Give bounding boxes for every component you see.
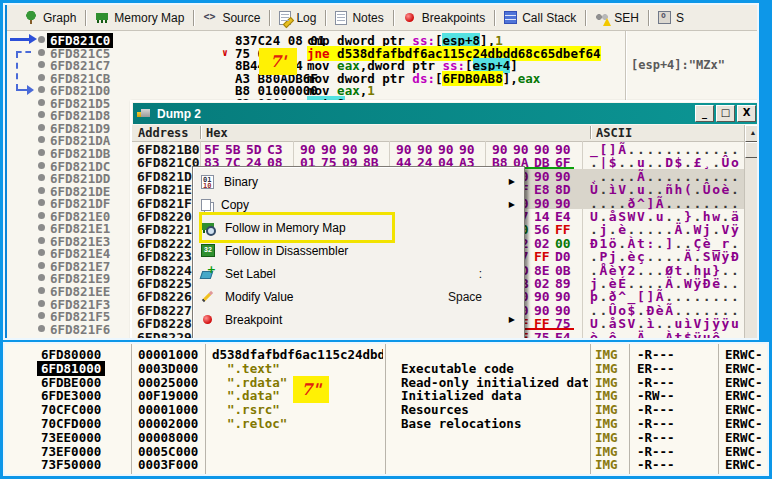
region-content: d538dfafbdf6ac115c24dbdd6	[212, 347, 383, 362]
scrollbar-thumb[interactable]	[745, 142, 757, 158]
disasm-row[interactable]: 6FD821CBA3 B80ADB6Fmov dword ptr ds:[6FD…	[7, 71, 757, 84]
hex-dump-row[interactable]: 6FD821B05F5B5DC3909090909090909090909090…	[132, 142, 745, 155]
row-bullet-icon	[38, 224, 45, 231]
row-bullet-icon	[38, 136, 45, 143]
dump-title-bar[interactable]: Dump 2 _□X	[133, 103, 757, 124]
row-bullet-icon	[38, 49, 45, 56]
disasm-row[interactable]: 6FD821D0B8 01000000mov eax,1	[7, 83, 757, 96]
region-content: ".text"	[212, 361, 383, 376]
memory-map-row[interactable]: 73EE000000008000IMG-R---ERWC-	[5, 430, 767, 444]
memory-map-row[interactable]: 70CFC00000001000 ".rsrc"ResourcesIMG-R--…	[5, 402, 767, 416]
graph-icon	[24, 11, 38, 24]
tab-seh[interactable]: SEH	[586, 11, 648, 25]
row-bullet-icon	[38, 312, 45, 319]
hex-byte: E4	[555, 330, 576, 338]
instruction-address: 6FD821F6	[50, 322, 110, 337]
tab-label: SEH	[614, 11, 639, 25]
region-address: 73EF0000	[41, 444, 101, 459]
header-separator	[200, 126, 201, 139]
minimize-button[interactable]: _	[695, 105, 714, 122]
disasm-row[interactable]: 6FD821C0837C24 08 01cmp dword ptr ss:[es…	[7, 33, 757, 46]
submenu-arrow-icon: ▶	[509, 177, 515, 186]
region-protection: -R---	[637, 402, 675, 417]
memory-map-row[interactable]: 6FDBE00000025000 ".rdata"Read-only initi…	[5, 375, 767, 389]
tab-label: Source	[222, 11, 260, 25]
region-protection: -R---	[637, 444, 675, 459]
region-type: IMG	[595, 402, 618, 417]
menu-shortcut: Space	[448, 290, 514, 304]
memory-map-row[interactable]: 73EF00000005C000IMG-R---ERWC-	[5, 444, 767, 458]
region-info: Base relocations	[401, 416, 588, 431]
tab-notes[interactable]: Notes	[326, 11, 392, 25]
copy-icon	[201, 199, 211, 211]
row-bullet-icon	[38, 249, 45, 256]
tab-graph[interactable]: Graph	[15, 11, 85, 25]
tab-call-stack[interactable]: Call Stack	[495, 11, 585, 25]
tab-label: Memory Map	[114, 11, 184, 25]
memory-map-row[interactable]: 70CFD00000002000 ".reloc"Base relocation…	[5, 416, 767, 430]
menu-item-label: Follow in Disassembler	[225, 244, 348, 258]
menu-item-breakpoint[interactable]: Breakpoint▶	[193, 308, 524, 331]
tab-s[interactable]: S	[649, 11, 693, 25]
scroll-up-button[interactable]: ▲	[745, 125, 757, 142]
region-type: IMG	[595, 347, 618, 362]
memory-map-row[interactable]: 6FDE300000F19000 ".data"Initialized data…	[5, 388, 767, 402]
tab-log[interactable]: Log	[270, 11, 325, 25]
memory-map-row[interactable]: 6FD810000003D000 ".text"Executable codeI…	[5, 361, 767, 375]
header-separator	[590, 126, 591, 139]
region-size: 00008000	[138, 430, 198, 445]
region-initial-protection: ERWC-	[725, 361, 763, 376]
row-bullet-icon	[38, 187, 45, 194]
dump-scrollbar[interactable]: ▲	[744, 125, 757, 338]
region-protection: -R---	[637, 457, 675, 472]
memory-map-row[interactable]: 6FD8000000001000d538dfafbdf6ac115c24dbdd…	[5, 347, 767, 361]
ascii-char: .	[599, 330, 608, 338]
ascii-char: ô	[609, 330, 618, 338]
tab-breakpoints[interactable]: Breakpoints	[394, 11, 494, 25]
close-button[interactable]: X	[737, 105, 756, 122]
label-icon	[201, 267, 215, 280]
tab-memory-map[interactable]: Memory Map	[86, 11, 193, 25]
disasm-row[interactable]: 6FD821C78B4424 04mov eax,dword ptr ss:[e…	[7, 58, 757, 71]
memory-map-icon	[95, 11, 109, 24]
disasm-row[interactable]: 6FD821C5∨75 09jne d538dfafbdf6ac115c24db…	[7, 46, 757, 59]
row-bullet-icon	[38, 61, 45, 68]
row-bullet-icon	[38, 274, 45, 281]
region-protection: -RW--	[637, 388, 675, 403]
dump-column-header: Address Hex ASCII	[132, 125, 745, 142]
ascii-char: t	[675, 330, 684, 338]
annotation-note: 7"	[293, 376, 329, 403]
seh-icon	[595, 11, 609, 24]
ascii-char: u	[703, 330, 712, 338]
region-type: IMG	[595, 375, 618, 390]
ascii-char: Ä	[637, 330, 646, 338]
region-size: 00001000	[138, 347, 198, 362]
region-address: 70CFD000	[41, 416, 101, 431]
submenu-arrow-icon: ▶	[509, 315, 515, 324]
menu-item-modify-value[interactable]: Modify ValueSpace	[193, 285, 524, 308]
region-type: IMG	[595, 430, 618, 445]
region-type: IMG	[595, 416, 618, 431]
row-bullet-icon	[38, 174, 45, 181]
region-initial-protection: ERWC-	[725, 402, 763, 417]
source-icon	[203, 11, 217, 24]
tab-source[interactable]: Source	[194, 11, 269, 25]
memory-map-row[interactable]: 73F500000003F000IMG-R---ERWC-	[5, 457, 767, 471]
submenu-arrow-icon: ▶	[509, 200, 515, 209]
maximize-button[interactable]: □	[716, 105, 735, 122]
disassembler-icon	[201, 244, 215, 257]
region-type: IMG	[595, 457, 618, 472]
window-title: Dump 2	[157, 107, 201, 121]
row-bullet-icon	[38, 237, 45, 244]
region-size: 00025000	[138, 375, 198, 390]
column-header-hex: Hex	[206, 126, 228, 140]
menu-item-label: Breakpoint	[225, 313, 282, 327]
region-type: IMG	[595, 361, 618, 376]
ascii-char: .	[628, 330, 637, 338]
menu-item-set-label[interactable]: Set Label:	[193, 262, 524, 285]
ascii-char: .	[731, 330, 740, 338]
region-size: 0005C000	[138, 444, 198, 459]
menu-item-binary[interactable]: Binary▶	[193, 170, 524, 193]
region-address: 73EE0000	[41, 430, 101, 445]
row-bullet-icon	[38, 36, 45, 43]
